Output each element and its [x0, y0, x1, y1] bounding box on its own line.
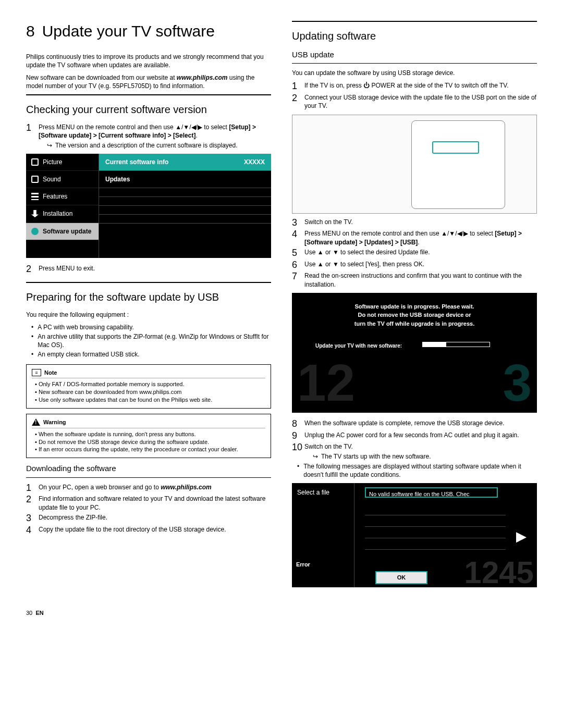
tv-menu-screenshot: Picture Sound Features Installation Soft… [26, 154, 271, 258]
usb-port-illustration [292, 115, 537, 214]
warning-icon [32, 418, 40, 426]
ok-button[interactable]: OK [375, 571, 427, 584]
section-download: Downloading the software [26, 463, 271, 474]
intro-1: Philips continuously tries to improve it… [26, 53, 271, 69]
step-a1: Press MENU on the remote control and the… [39, 123, 271, 150]
equipment-list: A PC with web browsing capability. An ar… [26, 323, 271, 359]
section-check-version: Checking your current software version [26, 103, 271, 117]
note-icon: ≡ [32, 369, 41, 376]
section-prepare: Preparing for the software update by USB [26, 290, 271, 304]
note-box: ≡Note Only FAT / DOS-formatted portable … [26, 364, 271, 409]
section-usb-update: USB update [292, 50, 537, 60]
play-icon: ▶ [516, 527, 527, 546]
step-a2: Press MENU to exit. [39, 264, 271, 275]
error-screenshot: Select a file No valid software file on … [292, 483, 537, 587]
section-updating: Updating software [292, 29, 537, 43]
chapter-title: 8Update your TV software [26, 21, 271, 42]
right-column: Updating software USB update You can upd… [292, 21, 537, 594]
left-column: 8Update your TV software Philips continu… [26, 21, 271, 594]
progress-screenshot: Software update is in progress. Please w… [292, 293, 537, 413]
page-footer: 30 EN [26, 609, 537, 617]
intro-2: New software can be downloaded from our … [26, 73, 271, 90]
warning-box: Warning When the software update is runn… [26, 414, 271, 458]
